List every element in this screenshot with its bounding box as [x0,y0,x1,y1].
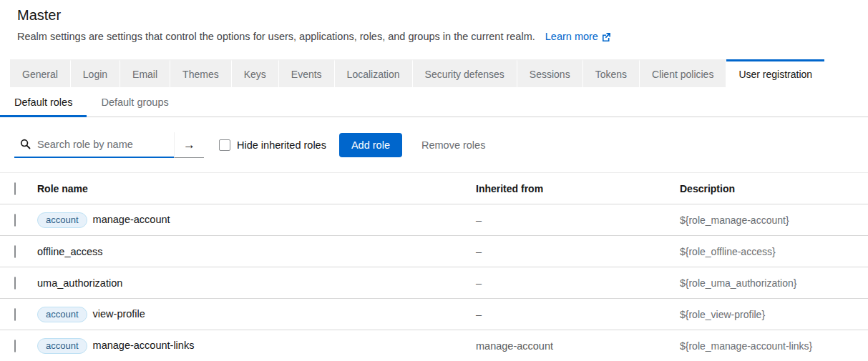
select-all-checkbox[interactable] [14,182,16,195]
role-description: ${role_uma_authorization} [674,267,868,299]
role-description: ${role_manage-account-links} [674,330,868,361]
row-checkbox[interactable] [14,308,16,321]
tab-client-policies[interactable]: Client policies [640,59,726,87]
client-badge: account [37,307,87,322]
hide-inherited-control: Hide inherited roles [219,139,326,151]
learn-more-link[interactable]: Learn more [545,31,611,42]
search-submit-button[interactable]: → [174,132,204,158]
row-checkbox[interactable] [14,277,16,290]
tab-general[interactable]: General [10,59,71,87]
role-name: uma_authorization [37,277,122,289]
tab-localization[interactable]: Localization [335,59,413,87]
roles-table: Role name Inherited from Description acc… [0,172,868,361]
external-link-icon [602,32,611,44]
column-header-inherited-from: Inherited from [470,173,674,204]
tab-user-registration[interactable]: User registration [726,59,824,87]
row-checkbox[interactable] [14,245,16,258]
table-header-row: Role name Inherited from Description [0,173,868,204]
inherited-from-value: manage-account [470,330,674,361]
remove-roles-button[interactable]: Remove roles [421,133,485,157]
role-description: ${role_offline-access} [674,236,868,267]
page-title: Master [17,7,851,24]
tab-themes[interactable]: Themes [170,59,232,87]
inherited-from-value: – [470,236,674,267]
role-name: offline_access [37,246,103,257]
table-row: offline_access – ${role_offline-access} [0,236,868,267]
tab-keys[interactable]: Keys [232,59,279,87]
client-badge: account [37,212,87,228]
role-name: view-profile [93,308,145,320]
row-checkbox[interactable] [14,214,16,227]
page-description: Realm settings are settings that control… [17,31,851,44]
inherited-from-value: – [470,267,674,299]
roles-toolbar: → Hide inherited roles Add role Remove r… [0,117,868,172]
column-header-description: Description [674,173,868,204]
table-row: uma_authorization – ${role_uma_authoriza… [0,267,868,299]
subtab-default-groups[interactable]: Default groups [87,87,182,117]
search-group: → [14,132,204,158]
tab-events[interactable]: Events [279,59,335,87]
role-name: manage-account [93,214,170,225]
client-badge: account [37,338,87,354]
user-registration-subtabs: Default roles Default groups [0,87,868,117]
inherited-from-value: – [470,299,674,330]
hide-inherited-label[interactable]: Hide inherited roles [237,139,326,151]
table-row: accountview-profile – ${role_view-profil… [0,299,868,330]
add-role-button[interactable]: Add role [339,133,402,157]
search-icon [20,139,31,152]
tab-sessions[interactable]: Sessions [517,59,583,87]
page-header: Master Realm settings are settings that … [0,0,868,44]
inherited-from-value: – [470,204,674,236]
role-name: manage-account-links [93,340,195,351]
tab-email[interactable]: Email [120,59,170,87]
search-input[interactable] [14,132,174,157]
role-description: ${role_view-profile} [674,299,868,330]
table-row: accountmanage-account – ${role_manage-ac… [0,204,868,236]
table-row: accountmanage-account-links manage-accou… [0,330,868,361]
tab-tokens[interactable]: Tokens [583,59,640,87]
tab-login[interactable]: Login [71,59,120,87]
subtab-default-roles[interactable]: Default roles [0,87,87,117]
role-description: ${role_manage-account} [674,204,868,236]
hide-inherited-checkbox[interactable] [219,139,230,151]
realm-settings-tabs: General Login Email Themes Keys Events L… [10,59,868,87]
page-description-text: Realm settings are settings that control… [17,31,535,42]
tab-security-defenses[interactable]: Security defenses [413,59,517,87]
learn-more-label: Learn more [545,31,598,42]
row-checkbox[interactable] [14,340,16,352]
column-header-role-name: Role name [31,173,470,204]
search-box [14,132,174,158]
